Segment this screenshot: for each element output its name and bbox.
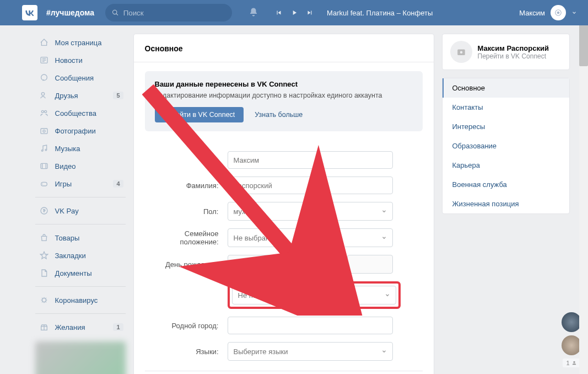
svg-point-6 [41, 110, 44, 113]
now-playing[interactable]: Markul feat. Платина – Конфеты [327, 9, 433, 17]
music-icon [39, 143, 50, 154]
sidebar-item-vkpay[interactable]: VK Pay [35, 202, 126, 220]
video-icon [39, 161, 50, 172]
name-label: Имя: [145, 156, 228, 164]
chevron-down-icon [381, 209, 387, 214]
page-title: Основное [134, 34, 434, 62]
right-column: Максим Распорский Перейти в VK Connect О… [442, 34, 570, 374]
sidebar-item-bookmarks[interactable]: Закладки [35, 247, 126, 264]
groups-icon [39, 108, 50, 119]
search-icon [112, 9, 119, 17]
profile-card: Максим Распорский Перейти в VK Connect [442, 34, 570, 70]
separator [35, 197, 126, 197]
gender-label: Пол: [145, 207, 228, 216]
hashtag[interactable]: #лучшедома [46, 8, 94, 17]
nav-item-career[interactable]: Карьера [443, 156, 569, 175]
svg-point-1 [557, 12, 560, 14]
vkconnect-notice: Ваши данные перенесены в VK Connect Реда… [145, 71, 423, 131]
svg-point-15 [42, 298, 46, 302]
sidebar-item-news[interactable]: Новости [35, 51, 126, 69]
dob-day-select[interactable] [228, 255, 273, 274]
avatar [551, 5, 566, 20]
sidebar-item-wishes[interactable]: Желания 1 [35, 318, 126, 336]
surname-label: Фамилия: [145, 181, 228, 190]
sidebar-item-messages[interactable]: Сообщения [35, 69, 126, 87]
annotation-highlight: Не показывать дату рождения [228, 281, 401, 309]
languages-label: Языки: [145, 348, 228, 356]
nav-item-contacts[interactable]: Контакты [443, 98, 569, 117]
sidebar-item-video[interactable]: Видео [35, 157, 126, 175]
notifications-icon[interactable] [249, 7, 258, 19]
profile-avatar [450, 41, 472, 63]
docs-icon [39, 268, 50, 279]
messages-icon [39, 72, 50, 83]
dob-privacy-select[interactable]: Не показывать дату рождения [232, 286, 396, 304]
chevron-down-icon [571, 10, 577, 15]
star-icon [39, 250, 50, 261]
svg-point-11 [45, 149, 47, 151]
nav-item-education[interactable]: Образование [443, 136, 569, 156]
chevron-down-icon [381, 349, 387, 354]
languages-select[interactable]: Выберите языки [228, 342, 393, 361]
go-vkconnect-button[interactable]: Перейти в VK Connect [155, 107, 244, 122]
sidebar-item-mypage[interactable]: Моя страница [35, 34, 126, 51]
svg-point-7 [44, 110, 46, 113]
search-input[interactable] [123, 9, 225, 17]
online-count[interactable]: 1 [563, 359, 580, 367]
badge: 4 [113, 180, 123, 188]
nav-item-personal[interactable]: Жизненная позиция [443, 194, 569, 213]
virus-icon [39, 295, 50, 306]
gender-select[interactable]: мужской [228, 202, 393, 221]
profile-name: Максим Распорский [478, 44, 549, 52]
friend-bubble[interactable] [562, 335, 581, 355]
hometown-input[interactable] [228, 317, 393, 334]
notice-title: Ваши данные перенесены в VK Connect [155, 80, 413, 88]
vkpay-icon [39, 205, 50, 216]
separator [35, 224, 126, 225]
nav-item-interests[interactable]: Интересы [443, 117, 569, 136]
wishes-icon [39, 322, 50, 333]
sidebar-item-photos[interactable]: Фотографии [35, 122, 126, 140]
separator [35, 286, 126, 287]
dob-year-select[interactable] [347, 255, 393, 274]
topbar: #лучшедома Markul feat. Платина – Конфет… [0, 0, 588, 25]
sidebar-ad-thumb[interactable] [35, 341, 126, 374]
friend-bubble[interactable] [562, 312, 581, 332]
surname-input[interactable] [228, 177, 393, 194]
marital-select[interactable]: Не выбрано [228, 228, 393, 247]
chevron-down-icon [385, 292, 390, 298]
dob-label: День рождения: [145, 260, 228, 269]
nav-item-main[interactable]: Основное [443, 78, 569, 98]
search-box[interactable] [105, 4, 232, 22]
divider [145, 371, 423, 371]
learn-more-link[interactable]: Узнать больше [255, 111, 303, 119]
settings-nav: Основное Контакты Интересы Образование К… [442, 78, 570, 214]
sidebar-item-music[interactable]: Музыка [35, 140, 126, 157]
prev-track-icon[interactable] [275, 9, 283, 17]
sidebar-item-docs[interactable]: Документы [35, 264, 126, 282]
name-input[interactable] [228, 151, 393, 169]
profile-head[interactable]: Максим Распорский Перейти в VK Connect [443, 34, 569, 70]
sidebar-item-friends[interactable]: Друзья 5 [35, 87, 126, 104]
chevron-down-icon [381, 235, 387, 241]
svg-point-10 [41, 150, 43, 152]
next-track-icon[interactable] [306, 9, 314, 17]
sidebar-item-groups[interactable]: Сообщества [35, 104, 126, 122]
market-icon [39, 232, 50, 243]
sidebar-item-games[interactable]: Игры 4 [35, 175, 126, 193]
play-icon[interactable] [290, 9, 298, 17]
games-icon [39, 178, 50, 189]
vk-logo[interactable] [22, 5, 37, 20]
svg-point-18 [573, 361, 575, 363]
svg-rect-8 [41, 129, 47, 133]
profile-sub: Перейти в VK Connect [478, 52, 549, 60]
nav-item-military[interactable]: Военная служба [443, 175, 569, 194]
username: Максим [519, 9, 545, 17]
svg-point-0 [113, 10, 117, 14]
hometown-label: Родной город: [145, 322, 228, 330]
sidebar-item-market[interactable]: Товары [35, 229, 126, 247]
scrollbar[interactable] [579, 0, 588, 374]
dob-month-select[interactable] [276, 255, 344, 274]
sidebar-item-coronavirus[interactable]: Коронавирус [35, 291, 126, 309]
user-menu[interactable]: Максим [519, 5, 577, 20]
